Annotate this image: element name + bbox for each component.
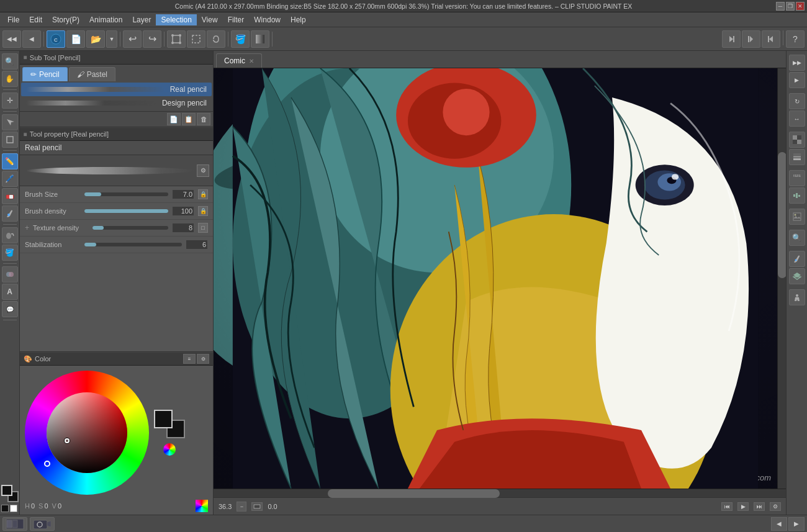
brush-size-input[interactable] bbox=[172, 189, 194, 199]
tool-eraser[interactable] bbox=[2, 188, 18, 204]
nav-rulers-btn[interactable] bbox=[789, 170, 805, 186]
menu-animation[interactable]: Animation bbox=[84, 14, 127, 25]
menu-selection[interactable]: Selection bbox=[156, 14, 196, 25]
tool-airbrush[interactable] bbox=[2, 227, 18, 243]
bottom-nav-left[interactable]: ◀ bbox=[771, 517, 787, 531]
clip-studio-btn[interactable]: C bbox=[47, 30, 65, 48]
play-btn[interactable]: ▶ bbox=[737, 502, 749, 511]
horizontal-scrollbar[interactable] bbox=[214, 489, 786, 497]
close-button[interactable]: ✕ bbox=[796, 2, 805, 11]
stabilization-slider[interactable] bbox=[84, 243, 182, 246]
expand-texture-icon[interactable]: + bbox=[25, 223, 29, 232]
bottom-nav-right[interactable]: ▶ bbox=[788, 517, 805, 531]
tool-marker[interactable]: 🖊️ bbox=[2, 171, 18, 187]
texture-density-input[interactable] bbox=[172, 223, 194, 233]
nav-checker[interactable] bbox=[789, 132, 805, 148]
tool-move[interactable]: ✛ bbox=[2, 92, 18, 109]
tool-fill[interactable]: 🪣 bbox=[2, 245, 18, 261]
prev-frame-btn[interactable]: ⏮ bbox=[721, 502, 733, 511]
menu-view[interactable]: View bbox=[197, 14, 223, 25]
canvas-tab-comic[interactable]: Comic ✕ bbox=[216, 53, 262, 68]
brush-density-input[interactable] bbox=[172, 206, 194, 216]
open-btn[interactable]: 📂 bbox=[86, 30, 105, 48]
help-btn[interactable]: ? bbox=[786, 30, 805, 48]
tool-zoom[interactable]: 🔍 bbox=[2, 53, 18, 70]
gradient-btn[interactable] bbox=[251, 30, 269, 48]
texture-density-icon[interactable]: □ bbox=[198, 223, 208, 233]
brush-tab-pastel[interactable]: 🖌 Pastel bbox=[69, 67, 115, 81]
menu-help[interactable]: Help bbox=[286, 14, 311, 25]
nav-scroll-right2[interactable]: ▶ bbox=[789, 72, 805, 88]
tool-select-layer[interactable] bbox=[2, 132, 18, 148]
brush-add-btn[interactable]: 📄 bbox=[167, 113, 181, 125]
tool-blend[interactable] bbox=[2, 266, 18, 282]
nav-image-btn[interactable] bbox=[789, 209, 805, 225]
nav-timeline-btn[interactable] bbox=[789, 187, 805, 204]
texture-density-slider[interactable] bbox=[92, 226, 168, 230]
v-scrollbar-thumb[interactable] bbox=[778, 152, 786, 278]
nav-search-btn[interactable]: 🔍 bbox=[789, 230, 805, 246]
open-dropdown-btn[interactable]: ▼ bbox=[106, 30, 117, 48]
color-settings-btn[interactable]: ⚙ bbox=[197, 354, 209, 364]
select-rect-btn[interactable] bbox=[187, 30, 205, 48]
fg-color-box[interactable] bbox=[154, 410, 173, 428]
nav-arrow-btn2[interactable] bbox=[742, 30, 760, 48]
menu-window[interactable]: Window bbox=[249, 14, 286, 25]
nav-flip-h[interactable]: ↔ bbox=[789, 110, 805, 127]
nav-arrow-btn1[interactable] bbox=[722, 30, 741, 48]
artwork-canvas[interactable]: www.sieuthuthuat.com bbox=[214, 68, 777, 489]
next-frame-btn[interactable]: ⏭ bbox=[754, 502, 765, 511]
menu-layer[interactable]: Layer bbox=[127, 14, 156, 25]
scroll-left-btn[interactable]: ◀◀ bbox=[2, 30, 21, 48]
tool-color-pick[interactable] bbox=[2, 205, 18, 222]
tool-text[interactable]: A bbox=[2, 284, 18, 300]
stabilization-input[interactable] bbox=[186, 240, 208, 250]
tool-balloon[interactable]: 💬 bbox=[2, 301, 18, 317]
brush-item-design-pencil[interactable]: Design pencil bbox=[21, 96, 212, 110]
h-scrollbar-thumb[interactable] bbox=[328, 489, 500, 498]
color-wheel-inner[interactable] bbox=[47, 392, 127, 473]
minimize-button[interactable]: ─ bbox=[776, 2, 785, 11]
brush-size-slider[interactable] bbox=[84, 192, 168, 196]
color-extra-btn[interactable] bbox=[196, 500, 208, 512]
nav-pen-btn[interactable] bbox=[789, 251, 805, 267]
canvas-scroll-area[interactable]: www.sieuthuthuat.com bbox=[214, 68, 777, 489]
nav-arrow-btn3[interactable] bbox=[762, 30, 780, 48]
color-wheel[interactable] bbox=[25, 371, 149, 495]
nav-layers-btn2[interactable] bbox=[789, 268, 805, 284]
canvas-tab-close[interactable]: ✕ bbox=[249, 58, 254, 65]
transform-btn[interactable] bbox=[167, 30, 186, 48]
color-tabs-btn[interactable]: ≡ bbox=[183, 354, 196, 364]
brush-delete-btn[interactable]: 🗑 bbox=[197, 113, 210, 125]
menu-file[interactable]: File bbox=[2, 14, 24, 25]
preview-settings-btn[interactable]: ⚙ bbox=[197, 165, 209, 177]
timeline-btn[interactable] bbox=[2, 517, 27, 531]
vertical-scrollbar[interactable] bbox=[777, 68, 786, 489]
brush-density-slider[interactable] bbox=[84, 209, 168, 213]
color-square[interactable] bbox=[47, 392, 127, 473]
window-controls[interactable]: ─ ❐ ✕ bbox=[776, 2, 805, 11]
nav-figure-btn[interactable] bbox=[789, 289, 805, 305]
tool-pen[interactable]: ✏️ bbox=[2, 153, 18, 169]
new-btn[interactable]: 📄 bbox=[66, 30, 85, 48]
tool-hand[interactable]: ✋ bbox=[2, 71, 18, 87]
zoom-out-btn[interactable]: − bbox=[237, 502, 246, 512]
menu-filter[interactable]: Filter bbox=[223, 14, 250, 25]
camera-btn[interactable] bbox=[30, 517, 55, 531]
restore-button[interactable]: ❐ bbox=[786, 2, 795, 11]
paint-bucket-btn[interactable]: 🪣 bbox=[231, 30, 250, 48]
menu-edit[interactable]: Edit bbox=[24, 14, 47, 25]
menu-story[interactable]: Story(P) bbox=[47, 14, 84, 25]
nav-scroll-right[interactable]: ▶▶ bbox=[789, 55, 805, 71]
brush-copy-btn[interactable]: 📋 bbox=[182, 113, 196, 125]
brush-density-lock[interactable]: 🔒 bbox=[198, 206, 208, 216]
redo-btn[interactable]: ↪ bbox=[143, 30, 161, 48]
brush-item-real-pencil[interactable]: Real pencil bbox=[21, 83, 212, 96]
color-picker-circle[interactable] bbox=[163, 443, 176, 456]
nav-layer-btn[interactable] bbox=[789, 149, 805, 165]
tool-select-obj[interactable] bbox=[2, 114, 18, 130]
undo-btn[interactable]: ↩ bbox=[123, 30, 142, 48]
zoom-indicator[interactable] bbox=[251, 502, 263, 511]
nav-rotate[interactable]: ↻ bbox=[789, 93, 805, 109]
scroll-left-btn2[interactable]: ◀ bbox=[22, 30, 41, 48]
